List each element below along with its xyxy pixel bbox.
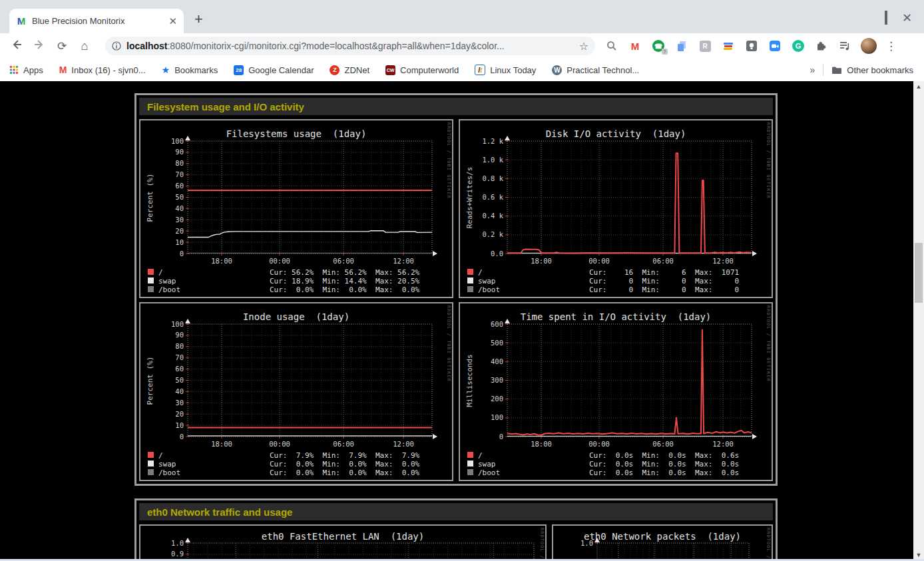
maximize-button[interactable] — [885, 12, 887, 24]
svg-text:0.4 k: 0.4 k — [482, 212, 503, 220]
legend-stats: Cur: 0.0s Min: 0.0s Max: 0.0s — [589, 460, 739, 468]
legend-label: /boot — [158, 285, 180, 294]
svg-text:30: 30 — [175, 216, 184, 224]
legend-row: swapCur: 18.9% Min: 14.4% Max: 20.5% — [140, 277, 452, 285]
profile-avatar[interactable] — [861, 38, 877, 54]
bookmark-zdnet[interactable]: Z ZDNet — [330, 65, 369, 75]
back-icon[interactable] — [5, 39, 28, 53]
section-header: eth0 Network traffic and usage — [139, 503, 773, 520]
linux-today-icon: lt — [475, 65, 485, 75]
legend-swatch — [148, 286, 154, 292]
legend-swatch — [148, 278, 154, 283]
bookmark-bookmarks[interactable]: ★ Bookmarks — [162, 65, 218, 75]
chart-title: eth0 Network packets (1day) — [553, 531, 772, 542]
legend-stats: Cur: 0.0s Min: 0.0s Max: 0.6s — [589, 451, 739, 460]
legend-row: /bootCur: 0.0% Min: 0.0% Max: 0.0% — [140, 285, 452, 293]
rrdtool-credit: RRDTOOL / TOBI OETIKER — [539, 528, 545, 561]
tab-close-icon[interactable]: ✕ — [168, 16, 177, 26]
new-tab-button[interactable]: + — [194, 12, 203, 27]
books-extension-icon[interactable] — [721, 39, 736, 53]
bookmark-practical-technology[interactable]: W Practical Technol... — [552, 65, 639, 75]
svg-text:0.2 k: 0.2 k — [482, 230, 503, 238]
scroll-down-icon[interactable]: ▼ — [913, 552, 924, 558]
search-extension-icon[interactable] — [604, 39, 619, 53]
svg-text:12:00: 12:00 — [712, 257, 734, 265]
page-scrollbar[interactable]: ▲ ▼ — [913, 81, 924, 561]
scroll-up-icon[interactable]: ▲ — [913, 83, 924, 90]
svg-text:80: 80 — [175, 159, 184, 167]
video-camera-extension-icon[interactable] — [768, 39, 782, 53]
monitorix-page: Filesystem usage and I/O activity 18:000… — [0, 81, 913, 561]
svg-text:90: 90 — [175, 148, 184, 156]
bookmark-inbox[interactable]: M Inbox (16) - sjvn0... — [59, 65, 146, 75]
svg-text:10: 10 — [175, 421, 184, 429]
svg-text:12:00: 12:00 — [393, 257, 414, 265]
legend-row: /Cur: 0.0s Min: 0.0s Max: 0.6s — [460, 451, 772, 459]
page-info-icon[interactable] — [112, 41, 121, 51]
apps-grid-icon — [9, 65, 19, 75]
legend-row: swapCur: 0 Min: 0 Max: 0 — [460, 277, 772, 285]
section-title: eth0 Network traffic and usage — [147, 506, 292, 518]
close-button[interactable]: ✕ — [902, 13, 912, 23]
bookmarks-divider — [823, 64, 823, 76]
url-text[interactable]: localhost:8080/monitorix-cgi/monitorix.c… — [126, 41, 579, 51]
chart-y-axis-label: Percent (%) — [146, 173, 154, 222]
chart-title: Time spent in I/O activity (1day) — [460, 311, 772, 322]
copy-pages-extension-icon[interactable] — [674, 39, 689, 53]
svg-text:M: M — [17, 16, 26, 27]
svg-text:0: 0 — [180, 433, 184, 441]
star-icon: ★ — [162, 65, 170, 75]
legend-stats: Cur: 16 Min: 6 Max: 1071 — [589, 268, 739, 277]
bookmarks-overflow-chevron[interactable]: » — [810, 65, 815, 75]
r-extension-icon[interactable]: R — [698, 39, 712, 53]
bookmark-linux-today[interactable]: lt Linux Today — [475, 65, 536, 75]
svg-text:00:00: 00:00 — [588, 440, 610, 448]
chart-title: Inode usage (1day) — [140, 311, 452, 322]
playlist-extension-icon[interactable] — [837, 39, 852, 53]
legend-row: swapCur: 0.0% Min: 0.0% Max: 0.0% — [140, 460, 452, 468]
legend-row: swapCur: 0.0s Min: 0.0s Max: 0.0s — [460, 460, 772, 468]
legend-stats: Cur: 0.0% Min: 0.0% Max: 0.0% — [270, 285, 419, 294]
other-bookmarks[interactable]: Other bookmarks — [831, 65, 913, 75]
home-icon[interactable]: ⌂ — [73, 39, 96, 53]
address-bar[interactable]: localhost:8080/monitorix-cgi/monitorix.c… — [105, 37, 595, 55]
legend-label: /boot — [478, 468, 500, 477]
svg-text:20: 20 — [175, 227, 184, 235]
svg-text:90: 90 — [175, 331, 184, 339]
svg-text:40: 40 — [175, 204, 184, 212]
bookmark-computerworld[interactable]: CW Computerworld — [385, 65, 459, 75]
svg-text:00:00: 00:00 — [269, 440, 290, 448]
svg-text:0.9: 0.9 — [171, 550, 184, 558]
bookmark-apps[interactable]: Apps — [9, 65, 43, 75]
gmail-extension-icon[interactable]: M — [628, 39, 642, 53]
legend-stats: Cur: 0 Min: 0 Max: 0 — [589, 277, 739, 285]
reload-icon[interactable]: ⟳ — [51, 39, 73, 53]
svg-text:18:00: 18:00 — [531, 257, 552, 265]
legend-stats: Cur: 7.9% Min: 7.9% Max: 7.9% — [270, 451, 419, 460]
grammarly-extension-icon[interactable]: G — [791, 39, 806, 53]
phone-extension-icon[interactable]: ☎ ? — [651, 39, 666, 53]
svg-text:100: 100 — [491, 413, 503, 421]
scrollbar-thumb[interactable] — [915, 243, 923, 303]
svg-text:80: 80 — [175, 342, 184, 350]
browser-titlebar: M Blue Precision Monitorix ✕ + ✕ — [0, 0, 924, 33]
lamp-extension-icon[interactable] — [744, 39, 759, 53]
bookmark-google-calendar[interactable]: 28 Google Calendar — [234, 65, 314, 75]
bookmark-star-icon[interactable]: ☆ — [579, 40, 588, 53]
svg-text:50: 50 — [175, 376, 184, 384]
svg-text:12:00: 12:00 — [712, 440, 734, 448]
legend-swatch — [467, 286, 473, 292]
chart-title: eth0 FastEthernet LAN (1day) — [140, 531, 545, 542]
forward-icon[interactable] — [28, 39, 51, 53]
legend-row: /bootCur: 0.0s Min: 0.0s Max: 0.0s — [460, 468, 772, 476]
chart-inode-usage: 18:0000:0006:0012:0001020304050607080901… — [139, 302, 453, 481]
svg-text:00:00: 00:00 — [588, 257, 610, 265]
svg-text:300: 300 — [491, 376, 503, 384]
chart-time-io-activity: 18:0000:0006:0012:000100200300400500600T… — [459, 302, 773, 481]
legend-label: swap — [478, 460, 496, 468]
puzzle-extensions-icon[interactable] — [814, 39, 829, 53]
browser-tab[interactable]: M Blue Precision Monitorix ✕ — [9, 9, 184, 33]
svg-text:20: 20 — [175, 410, 184, 418]
chrome-menu-icon[interactable]: ⋮ — [885, 39, 897, 53]
chart-y-axis-label: Milliseconds — [465, 354, 474, 407]
